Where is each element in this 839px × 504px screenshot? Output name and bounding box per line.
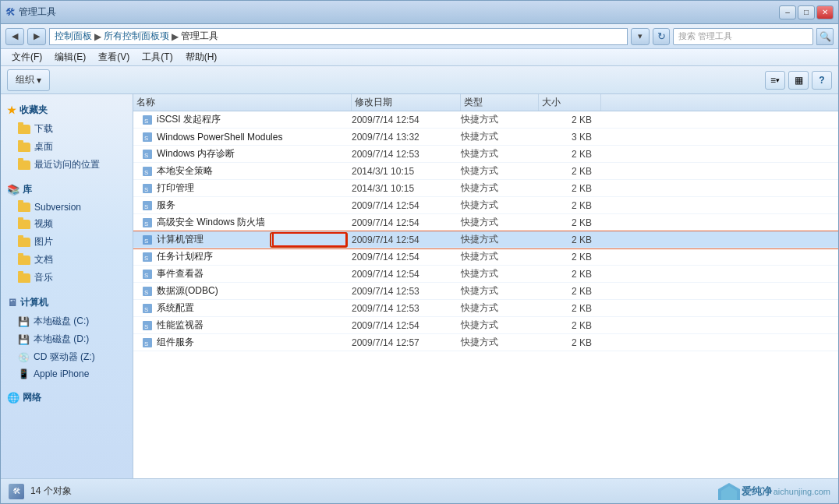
view-icon: ≡ — [770, 75, 776, 86]
table-row[interactable]: S 计算机管理 2009/7/14 12:54 快捷方式 2 KB — [133, 231, 838, 248]
menu-view[interactable]: 查看(V) — [92, 49, 136, 65]
sidebar-item-documents[interactable]: 文档 — [1, 251, 133, 269]
sidebar-item-drive-c[interactable]: 💾 本地磁盘 (C:) — [1, 312, 133, 330]
file-icon: S — [141, 131, 154, 143]
help-button[interactable]: ? — [812, 71, 832, 90]
file-name: 本地安全策略 — [157, 164, 213, 178]
file-type-cell: 快捷方式 — [461, 164, 539, 178]
forward-button[interactable]: ▶ — [27, 28, 46, 45]
file-name: 高级安全 Windows 防火墙 — [157, 216, 265, 229]
table-row[interactable]: S 事件查看器 2009/7/14 12:54 快捷方式 2 KB — [133, 266, 838, 283]
close-button[interactable]: ✕ — [816, 5, 834, 19]
file-size-cell: 2 KB — [539, 200, 601, 211]
table-row[interactable]: S 高级安全 Windows 防火墙 2009/7/14 12:54 快捷方式 … — [133, 214, 838, 231]
minimize-button[interactable]: – — [779, 5, 796, 19]
maximize-button[interactable]: □ — [798, 5, 815, 19]
table-row[interactable]: S 本地安全策略 2014/3/1 10:15 快捷方式 2 KB — [133, 163, 838, 180]
table-row[interactable]: S 打印管理 2014/3/1 10:15 快捷方式 2 KB — [133, 180, 838, 197]
statusbar: 🛠 14 个对象 爱纯净 aichunjing.com — [1, 478, 838, 503]
sidebar-item-desktop[interactable]: 桌面 — [1, 138, 133, 156]
menu-file[interactable]: 文件(F) — [5, 49, 48, 65]
sidebar-item-iphone[interactable]: 📱 Apple iPhone — [1, 366, 133, 382]
table-row[interactable]: S 系统配置 2009/7/14 12:53 快捷方式 2 KB — [133, 300, 838, 317]
file-type-cell: 快捷方式 — [461, 216, 539, 229]
refresh-button[interactable]: ↻ — [653, 28, 670, 45]
sidebar-item-downloads[interactable]: 下载 — [1, 120, 133, 138]
main-area: ★ 收藏夹 下载 桌面 最近访问的位置 📚 — [1, 94, 838, 478]
col-date-header[interactable]: 修改日期 — [352, 94, 461, 111]
sidebar-network-header[interactable]: 🌐 网络 — [1, 388, 133, 407]
table-row[interactable]: S 任务计划程序 2009/7/14 12:54 快捷方式 2 KB — [133, 248, 838, 266]
table-row[interactable]: S 性能监视器 2009/7/14 12:54 快捷方式 2 KB — [133, 317, 838, 334]
sidebar-item-label: Subversion — [34, 202, 81, 213]
file-name-cell: S iSCSI 发起程序 — [133, 113, 352, 126]
table-row[interactable]: S 组件服务 2009/7/14 12:57 快捷方式 2 KB — [133, 334, 838, 351]
file-size-cell: 2 KB — [539, 252, 601, 263]
col-type-header[interactable]: 类型 — [461, 94, 539, 111]
sidebar-item-subversion[interactable]: Subversion — [1, 199, 133, 215]
table-row[interactable]: S 数据源(ODBC) 2009/7/14 12:53 快捷方式 2 KB — [133, 283, 838, 300]
dropdown-button[interactable]: ▾ — [631, 28, 650, 45]
file-type-cell: 快捷方式 — [461, 130, 539, 143]
view-dropdown-icon: ▾ — [776, 76, 780, 84]
file-size-cell: 2 KB — [539, 183, 601, 194]
organize-button[interactable]: 组织 ▾ — [7, 69, 50, 91]
sidebar-item-label: 音乐 — [34, 271, 53, 284]
table-row[interactable]: S Windows PowerShell Modules 2009/7/14 1… — [133, 129, 838, 146]
menu-edit[interactable]: 编辑(E) — [48, 49, 92, 65]
lib-icon: 📚 — [7, 184, 19, 196]
file-date-cell: 2009/7/14 12:54 — [352, 234, 461, 245]
search-input[interactable]: 搜索 管理工具 — [673, 28, 813, 45]
folder-icon — [18, 220, 30, 229]
svg-text:S: S — [144, 152, 148, 159]
search-button[interactable]: 🔍 — [816, 28, 834, 45]
sidebar-computer-header[interactable]: 🖥 计算机 — [1, 293, 133, 312]
address-field[interactable]: 控制面板 ▶ 所有控制面板项 ▶ 管理工具 — [49, 28, 628, 45]
pane-button[interactable]: ▦ — [788, 71, 809, 90]
file-icon: S — [141, 319, 154, 332]
breadcrumb-part2[interactable]: 所有控制面板项 — [104, 30, 169, 43]
file-date-cell: 2009/7/14 12:54 — [352, 115, 461, 125]
sidebar-item-drive-d[interactable]: 💾 本地磁盘 (D:) — [1, 330, 133, 348]
back-button[interactable]: ◀ — [5, 28, 24, 45]
file-type-cell: 快捷方式 — [461, 336, 539, 349]
file-date-cell: 2009/7/14 12:54 — [352, 200, 461, 211]
table-row[interactable]: S 服务 2009/7/14 12:54 快捷方式 2 KB — [133, 197, 838, 214]
table-row[interactable]: S iSCSI 发起程序 2009/7/14 12:54 快捷方式 2 KB — [133, 111, 838, 129]
file-name: iSCSI 发起程序 — [157, 113, 221, 126]
menu-help[interactable]: 帮助(H) — [179, 49, 224, 65]
col-name-header[interactable]: 名称 — [133, 94, 352, 111]
file-type-cell: 快捷方式 — [461, 267, 539, 280]
svg-text:S: S — [144, 186, 148, 193]
breadcrumb-part3[interactable]: 管理工具 — [181, 30, 218, 43]
menu-tools[interactable]: 工具(T) — [136, 49, 179, 65]
titlebar: 🛠 管理工具 – □ ✕ — [1, 1, 838, 24]
file-icon: S — [141, 165, 154, 178]
file-icon: S — [141, 268, 154, 280]
table-row[interactable]: S Windows 内存诊断 2009/7/14 12:53 快捷方式 2 KB — [133, 146, 838, 163]
sidebar-item-music[interactable]: 音乐 — [1, 269, 133, 287]
sidebar-item-drive-z[interactable]: 💿 CD 驱动器 (Z:) — [1, 348, 133, 366]
file-date-cell: 2009/7/14 12:54 — [352, 252, 461, 263]
sidebar-item-label: 本地磁盘 (C:) — [34, 315, 89, 328]
sidebar-favorites-header[interactable]: ★ 收藏夹 — [1, 100, 133, 120]
sidebar-item-pictures[interactable]: 图片 — [1, 233, 133, 251]
file-name: 任务计划程序 — [157, 250, 213, 263]
file-size-cell: 2 KB — [539, 337, 601, 348]
organize-arrow: ▾ — [37, 75, 41, 86]
file-icon: S — [141, 114, 154, 126]
file-size-cell: 2 KB — [539, 269, 601, 280]
sidebar-library-header[interactable]: 📚 库 — [1, 180, 133, 199]
file-name-cell: S 本地安全策略 — [133, 164, 352, 178]
watermark-url: aichunjing.com — [774, 487, 830, 496]
view-button[interactable]: ≡ ▾ — [765, 71, 785, 90]
sidebar-item-video[interactable]: 视频 — [1, 215, 133, 233]
file-icon: S — [141, 302, 154, 315]
svg-text:S: S — [144, 220, 148, 227]
watermark-logo-icon — [718, 483, 740, 500]
col-size-header[interactable]: 大小 — [539, 94, 601, 111]
breadcrumb-part1[interactable]: 控制面板 — [55, 30, 92, 43]
search-placeholder: 搜索 管理工具 — [678, 30, 732, 42]
file-type-cell: 快捷方式 — [461, 199, 539, 212]
sidebar-item-recent[interactable]: 最近访问的位置 — [1, 156, 133, 174]
